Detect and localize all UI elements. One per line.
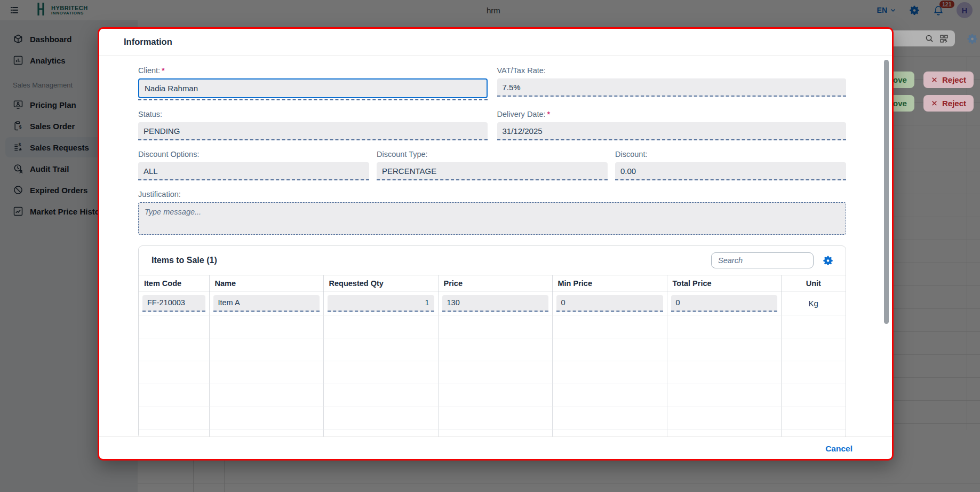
total-price-input[interactable]: 0	[671, 295, 777, 312]
empty-cell	[209, 384, 323, 407]
empty-cell	[667, 338, 781, 361]
price-cell: 130	[438, 291, 552, 315]
vat-field[interactable]: 7.5%	[497, 78, 847, 97]
client-label-text: Client:	[138, 66, 160, 75]
empty-cell	[323, 430, 438, 437]
x-icon	[931, 100, 938, 107]
requested-qty-cell: 1	[323, 291, 438, 315]
empty-cell	[139, 384, 209, 407]
empty-cell	[209, 430, 323, 437]
items-to-sale-card: Items to Sale (1)	[138, 245, 846, 437]
items-search-input[interactable]	[712, 256, 821, 265]
information-modal: Information Client:* VAT/Tax Rate: 7.5% …	[98, 27, 894, 461]
discount-field[interactable]: 0.00	[615, 162, 846, 180]
reject-label: Reject	[942, 99, 966, 108]
empty-cell	[552, 315, 667, 338]
vat-label: VAT/Tax Rate:	[497, 66, 847, 75]
empty-cell	[438, 315, 552, 338]
empty-cell	[209, 361, 323, 384]
application-window: HYBRITECH INNOVATIONS hrm EN 121 H	[0, 0, 980, 492]
empty-cell	[781, 338, 846, 361]
client-input[interactable]	[138, 78, 488, 98]
items-card-header: Items to Sale (1)	[139, 246, 846, 275]
empty-cell	[438, 407, 552, 430]
required-marker: *	[547, 110, 551, 118]
modal-body: Client:* VAT/Tax Rate: 7.5% Status: PEND…	[99, 55, 892, 437]
modal-scrollbar-thumb[interactable]	[884, 60, 889, 324]
items-table: Item Code Name Requested Qty Price Min P…	[139, 275, 846, 437]
items-table-row: FF-210003 Item A 1 130 0 0 Kg	[139, 291, 846, 315]
delivery-date-label-text: Delivery Date:	[497, 110, 546, 118]
column-header-total-price: Total Price	[667, 275, 781, 291]
client-field-group: Client:*	[138, 66, 488, 100]
empty-cell	[139, 430, 209, 437]
reject-button[interactable]: Reject	[923, 95, 974, 112]
items-settings-icon[interactable]	[823, 255, 834, 266]
items-search-box	[711, 252, 814, 268]
empty-cell	[552, 338, 667, 361]
column-header-min-price: Min Price	[552, 275, 667, 291]
search-icon	[925, 34, 934, 43]
modal-title: Information	[124, 37, 172, 47]
empty-cell	[667, 407, 781, 430]
empty-table-row	[139, 407, 846, 430]
justification-textarea[interactable]	[138, 202, 846, 235]
justification-label: Justification:	[138, 190, 846, 199]
empty-table-row	[139, 315, 846, 338]
price-input[interactable]: 130	[442, 295, 548, 312]
discount-type-field[interactable]: PERCENTAGE	[377, 162, 608, 180]
items-card-title: Items to Sale (1)	[152, 256, 217, 265]
modal-header: Information	[99, 29, 892, 55]
cancel-button[interactable]: Cancel	[825, 444, 852, 454]
empty-cell	[139, 361, 209, 384]
empty-cell	[552, 407, 667, 430]
items-card-tools	[711, 252, 834, 268]
empty-table-row	[139, 361, 846, 384]
client-input-wrap	[138, 78, 488, 100]
vat-label-text: VAT/Tax Rate:	[497, 66, 546, 75]
discount-options-field[interactable]: ALL	[138, 162, 369, 180]
item-code-input[interactable]: FF-210003	[142, 295, 205, 312]
status-label-text: Status:	[138, 110, 162, 118]
requested-qty-input[interactable]: 1	[328, 295, 434, 312]
empty-cell	[323, 361, 438, 384]
empty-table-row	[139, 430, 846, 437]
name-cell: Item A	[209, 291, 323, 315]
empty-cell	[667, 315, 781, 338]
empty-cell	[438, 361, 552, 384]
delivery-date-field-group: Delivery Date:* 31/12/2025	[497, 110, 847, 140]
vat-field-group: VAT/Tax Rate: 7.5%	[497, 66, 847, 100]
empty-cell	[552, 361, 667, 384]
column-header-unit: Unit	[781, 275, 846, 291]
unit-cell: Kg	[781, 291, 846, 315]
column-header-item-code: Item Code	[139, 275, 209, 291]
items-table-header-row: Item Code Name Requested Qty Price Min P…	[139, 275, 846, 291]
justification-label-text: Justification:	[138, 190, 181, 199]
empty-cell	[667, 430, 781, 437]
name-input[interactable]: Item A	[213, 295, 320, 312]
required-marker: *	[162, 66, 165, 75]
discount-label-text: Discount:	[615, 150, 647, 158]
qr-scan-icon	[939, 34, 949, 43]
status-field[interactable]: PENDING	[138, 122, 488, 140]
delivery-date-field[interactable]: 31/12/2025	[497, 122, 847, 140]
column-header-requested-qty: Requested Qty	[323, 275, 438, 291]
reject-button[interactable]: Reject	[923, 72, 974, 88]
min-price-cell: 0	[552, 291, 667, 315]
discount-options-label: Discount Options:	[138, 150, 369, 158]
discount-field-group: Discount: 0.00	[615, 150, 846, 180]
discount-label: Discount:	[615, 150, 846, 158]
column-header-price: Price	[438, 275, 552, 291]
background-settings-icon[interactable]	[967, 33, 978, 47]
empty-cell	[781, 315, 846, 338]
x-icon	[931, 76, 938, 83]
discount-type-label: Discount Type:	[377, 150, 608, 158]
column-header-name: Name	[209, 275, 323, 291]
empty-cell	[781, 407, 846, 430]
empty-cell	[781, 430, 846, 437]
empty-cell	[209, 315, 323, 338]
discount-type-field-group: Discount Type: PERCENTAGE	[377, 150, 608, 180]
min-price-input[interactable]: 0	[556, 295, 663, 312]
empty-cell	[323, 315, 438, 338]
empty-cell	[209, 407, 323, 430]
